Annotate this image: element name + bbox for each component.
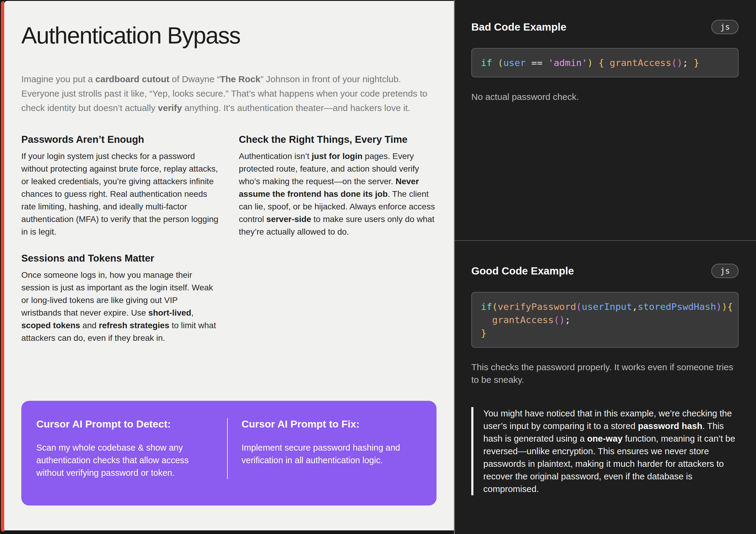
section-sessions: Sessions and Tokens Matter Once someone …: [21, 253, 219, 344]
good-code-header: Good Code Example js: [471, 264, 739, 278]
section-heading: Sessions and Tokens Matter: [21, 253, 219, 264]
prompt-fix-body: Implement secure password hashing and ve…: [241, 441, 418, 467]
language-badge[interactable]: js: [711, 20, 739, 34]
prompt-fix: Cursor AI Prompt to Fix: Implement secur…: [241, 418, 418, 479]
bad-code-title: Bad Code Example: [471, 21, 566, 33]
good-code-block: if(verifyPassword(userInput,storedPswdHa…: [471, 292, 739, 348]
bad-code-header: Bad Code Example js: [471, 20, 739, 34]
column-left: Passwords Aren’t Enough If your login sy…: [21, 134, 219, 359]
page-title: Authentication Bypass: [21, 22, 437, 49]
section-body: Once someone logs in, how you manage the…: [21, 269, 219, 344]
column-right: Check the Right Things, Every Time Authe…: [239, 134, 437, 359]
section-passwords: Passwords Aren’t Enough If your login sy…: [21, 134, 219, 238]
good-code-section: Good Code Example js if(verifyPassword(u…: [455, 241, 756, 495]
bad-code-section: Bad Code Example js if (user == 'admin')…: [455, 0, 756, 241]
cursor-prompt-card: Cursor AI Prompt to Detect: Scan my whol…: [21, 401, 437, 505]
code-panel: Bad Code Example js if (user == 'admin')…: [454, 0, 756, 534]
password-hash-blockquote: You might have noticed that in this exam…: [471, 407, 739, 495]
prompt-detect-heading: Cursor AI Prompt to Detect:: [36, 418, 213, 430]
bad-code-block: if (user == 'admin') { grantAccess(); }: [471, 48, 739, 77]
section-body: If your login system just checks for a p…: [21, 150, 219, 238]
document-content: Authentication Bypass Imagine you put a …: [4, 1, 454, 505]
page: Authentication Bypass Imagine you put a …: [0, 0, 756, 534]
document-panel: Authentication Bypass Imagine you put a …: [4, 1, 454, 530]
good-code-note: This checks the password properly. It wo…: [471, 361, 738, 386]
language-badge[interactable]: js: [711, 264, 739, 278]
prompt-fix-heading: Cursor AI Prompt to Fix:: [241, 418, 418, 430]
section-heading: Check the Right Things, Every Time: [239, 134, 437, 145]
section-heading: Passwords Aren’t Enough: [21, 134, 219, 145]
section-body: Authentication isn’t just for login page…: [239, 150, 437, 238]
good-code-title: Good Code Example: [471, 265, 574, 277]
prompt-detect: Cursor AI Prompt to Detect: Scan my whol…: [36, 418, 213, 479]
two-column-layout: Passwords Aren’t Enough If your login sy…: [21, 134, 437, 359]
section-check-right-things: Check the Right Things, Every Time Authe…: [239, 134, 437, 238]
prompt-detect-body: Scan my whole codebase & show any authen…: [36, 441, 213, 479]
prompt-card-divider: [227, 418, 228, 479]
left-edge-accent: [1, 1, 4, 532]
bad-code-note: No actual password check.: [471, 91, 738, 103]
intro-paragraph: Imagine you put a cardboard cutout of Dw…: [21, 72, 436, 115]
